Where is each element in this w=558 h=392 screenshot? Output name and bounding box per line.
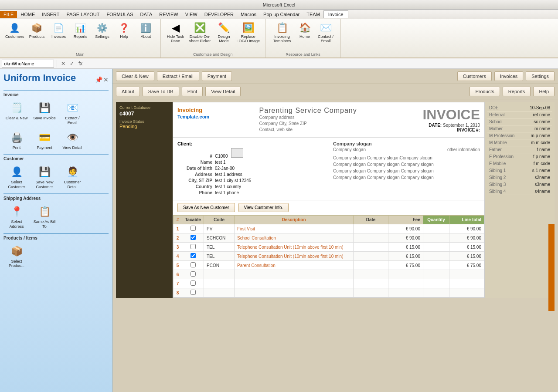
taxable-cell[interactable] [182,288,204,297]
taxable-cell[interactable] [182,252,204,261]
invoices-toolbar-btn[interactable]: Invoices [494,71,523,81]
taxable-checkbox[interactable] [191,244,196,249]
client-dob-value: 02-Jan-00 [215,166,235,171]
taxable-checkbox[interactable] [191,253,196,258]
desc-cell [235,279,354,288]
taxable-cell[interactable] [182,233,204,243]
taxable-checkbox[interactable] [191,290,196,295]
menu-team[interactable]: TEAM [303,11,323,18]
sidebar-select-product-btn[interactable]: 📦 SelectProduc... [3,242,30,270]
col-num-header: # [174,216,182,224]
sidebar-pin-icon[interactable]: 📌 [95,76,102,83]
settings-btn[interactable]: ⚙️ Settings [92,20,113,40]
payment-toolbar-btn[interactable]: Payment [202,71,232,81]
taxable-checkbox[interactable] [191,235,196,240]
extract-email-toolbar-btn[interactable]: Extract / Email [157,71,199,81]
replace-logo-btn[interactable]: 🖼️ ReplaceLOGO Image [235,20,262,44]
fee-cell: € 15.00 [388,243,423,252]
customers-btn[interactable]: 👤 Customers [3,20,26,40]
resource-group-label: Resource and Links [269,52,337,57]
home-ribbon-btn[interactable]: 🏠 Home [295,20,314,40]
taxable-cell[interactable] [182,270,204,279]
reports-toolbar-btn[interactable]: Reports [503,87,531,96]
print-toolbar-btn[interactable]: Print [182,87,203,96]
sidebar-payment-btn[interactable]: 💳 Payment [31,128,58,152]
menu-home[interactable]: HOME [17,11,38,18]
scroll-indicator[interactable] [548,224,555,311]
view-customer-info-btn[interactable]: View Customer Info. [238,203,289,212]
taxable-checkbox[interactable] [191,280,196,286]
help-btn[interactable]: ❓ Help [113,20,135,40]
taxable-cell[interactable] [182,224,204,233]
taxable-cell[interactable] [182,261,204,270]
sidebar-view-detail-btn[interactable]: 👁️ View Detail [59,128,85,152]
select-customer-icon: 👤 [9,164,24,180]
hide-task-pane-btn[interactable]: ◀ Hide TaskPane [164,20,187,44]
about-toolbar-btn[interactable]: About [116,87,140,96]
invoicing-templates-btn[interactable]: 📋 InvoicingTemplates [269,20,295,44]
design-mode-btn[interactable]: ✏️ DesignMode [213,20,235,44]
items-table-body: 1PVFirst Visit€ 90.00€ 90.002SCHCONSchoo… [174,224,484,297]
name-box[interactable] [2,60,54,68]
f-prof-row: F Profession f p name [487,153,552,160]
menu-file[interactable]: FILE [0,11,17,18]
taxable-checkbox[interactable] [191,271,196,277]
client-city-field: City, ST ZIP test 1 city st 12345 [177,178,324,183]
sidebar-select-customer-btn[interactable]: 👤 SelectCustomer [3,163,30,191]
taxable-checkbox[interactable] [191,226,196,231]
menu-view[interactable]: VIEW [182,11,201,18]
taxable-cell[interactable] [182,279,204,288]
menu-invoice[interactable]: Invoice [323,10,348,18]
client-label: Client: [177,141,324,146]
home-ribbon-label: Home [299,35,310,39]
menu-formulas[interactable]: FORMULAS [103,11,136,18]
sidebar-print-btn[interactable]: 🖨️ Print [3,128,30,152]
sidebar-extract-email-btn[interactable]: 📧 Extract /Email [59,99,85,127]
taxable-checkbox[interactable] [191,262,196,267]
sidebar-close-icon[interactable]: ✕ [103,76,109,83]
sidebar-products-section: Products / Items 📦 SelectProduc... [3,233,109,270]
about-btn[interactable]: ℹ️ About [135,20,157,40]
reports-btn[interactable]: 📊 Reports [70,20,92,40]
contact-email-btn[interactable]: ✉️ Contact /Email [314,20,337,44]
disable-onsheet-btn[interactable]: ❎ Disable On-sheet Picker [187,20,213,44]
menu-insert[interactable]: INSERT [38,11,63,18]
sidebar-clear-new-btn[interactable]: 🗒️ Clear & New [3,99,30,127]
save-to-db-toolbar-btn[interactable]: Save To DB [143,87,179,96]
sidebar-save-invoice-btn[interactable]: 💾 Save Invoice [31,99,58,127]
help-toolbar-btn[interactable]: Help [533,87,555,96]
col-date-header: Date [354,216,388,224]
formula-input[interactable] [85,61,556,66]
qty-cell [423,288,449,297]
menu-data[interactable]: DATA [137,11,156,18]
m-mobile-key: M Mobile [489,140,520,145]
sidebar-same-as-bill-btn[interactable]: 📋 Same As BillTo [31,203,58,230]
menu-popup-calendar[interactable]: Pop-up Calendar [260,11,303,18]
cancel-formula-icon[interactable]: ✕ [60,61,67,67]
confirm-formula-icon[interactable]: ✓ [68,61,75,67]
save-as-new-customer-btn[interactable]: Save As New Customer [177,203,235,212]
taxable-cell[interactable] [182,243,204,252]
products-toolbar-btn[interactable]: Products [470,87,500,96]
table-row: 5PCONParent Consultation€ 75.00€ 75.00 [174,261,484,270]
menu-review[interactable]: REVIEW [156,11,181,18]
view-detail-toolbar-btn[interactable]: View Detail [205,87,241,96]
total-cell [449,270,484,279]
menu-developer[interactable]: DEVELOPER [201,11,237,18]
menu-page-layout[interactable]: PAGE LAYOUT [63,11,103,18]
customers-toolbar-btn[interactable]: Customers [457,71,492,81]
sib4-row: Sibling 4 s4name [487,188,552,195]
clear-new-toolbar-btn[interactable]: Clear & New [116,71,154,81]
sidebar-invoice-icons: 🗒️ Clear & New 💾 Save Invoice 📧 Extract … [3,99,109,151]
qty-cell [423,233,449,243]
sidebar-save-new-customer-btn[interactable]: 💾 Save NewCustomer [31,163,58,191]
sidebar-customer-detail-btn[interactable]: 🧑‍💼 CustomerDetail [59,163,85,191]
menu-macros[interactable]: Macros [237,11,260,18]
products-btn[interactable]: 📦 Products [26,20,48,40]
f-mobile-row: F Mobile f m code [487,160,552,167]
invoices-btn[interactable]: 📄 Invoices [48,20,70,40]
row-num-cell: 4 [174,252,182,261]
insert-function-icon[interactable]: fx [77,61,84,67]
sidebar-select-address-btn[interactable]: 📍 SelectAddress [3,203,30,230]
settings-toolbar-btn[interactable]: Settings [526,71,555,81]
